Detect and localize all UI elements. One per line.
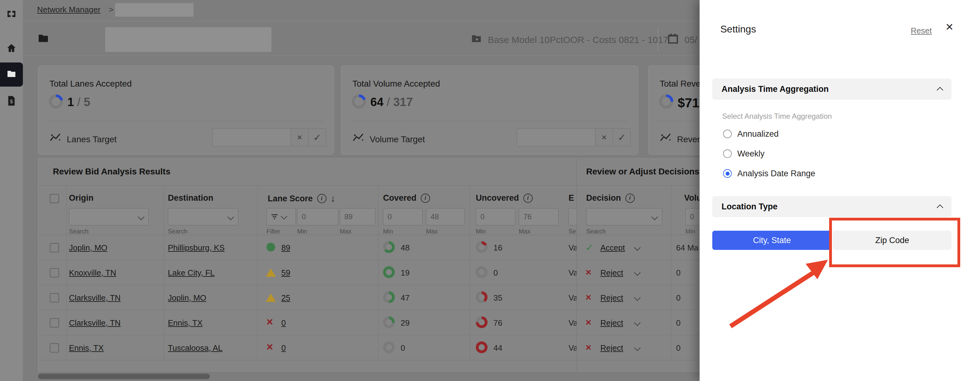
decision-link[interactable]: Reject <box>600 343 623 353</box>
lane-score-link[interactable]: 59 <box>281 268 290 278</box>
clear-target-button[interactable]: × <box>595 128 613 146</box>
radio-option-analysis-date-range[interactable]: Analysis Date Range <box>723 169 815 178</box>
uncovered-ring <box>476 291 487 303</box>
row-checkbox[interactable] <box>50 318 59 327</box>
decision-link[interactable]: Accept <box>600 243 625 253</box>
chevron-down-icon[interactable] <box>634 295 641 301</box>
decision-filter-select[interactable] <box>586 208 662 225</box>
lane-score-bad-icon: × <box>266 341 273 354</box>
covered-ring <box>383 241 395 253</box>
calendar-icon <box>667 32 679 46</box>
row-checkbox[interactable] <box>50 268 59 277</box>
destination-link[interactable]: Ennis, TX <box>168 318 202 328</box>
table-row: Joplin, MO Phillipsburg, KS 89 48 16 ✓ A… <box>38 235 718 260</box>
decision-link[interactable]: Reject <box>600 293 623 303</box>
aggregation-helper-text: Select Analysis Time Aggregation <box>722 112 832 121</box>
uncovered-ring <box>476 241 487 253</box>
horizontal-scrollbar[interactable] <box>38 374 210 379</box>
chevron-down-icon[interactable] <box>634 269 641 276</box>
sidebar-item-folders-active[interactable] <box>0 62 23 87</box>
reject-x-icon: × <box>585 342 592 353</box>
info-icon[interactable]: i <box>625 194 635 203</box>
analysis-date-text[interactable]: 05/ <box>684 35 697 45</box>
settings-panel: Settings Reset × Analysis Time Aggregati… <box>700 0 980 381</box>
uncovered-ring <box>476 316 487 328</box>
chevron-down-icon[interactable] <box>634 244 641 251</box>
app-root: $ Network Manager > ★ Base Model 10PctOO… <box>0 0 980 381</box>
equipment-filter-input[interactable] <box>568 208 577 225</box>
column-header-decision[interactable]: Decisioni <box>586 193 635 203</box>
home-icon[interactable] <box>0 43 23 54</box>
chevron-up-icon <box>937 204 943 210</box>
origin-link[interactable]: Joplin, MO <box>69 243 107 253</box>
bid-analysis-table: Review Bid Analysis Results Review or Ad… <box>38 158 718 371</box>
lane-score-link[interactable]: 0 <box>281 318 286 328</box>
radio-option-weekly[interactable]: Weekly <box>723 149 765 158</box>
folder-icon <box>37 32 49 46</box>
confirm-target-button[interactable]: ✓ <box>309 128 326 146</box>
table-row: Clarksville, TN Ennis, TX × 0 29 76 × Re… <box>38 310 718 335</box>
destination-link[interactable]: Tuscaloosa, AL <box>168 343 223 353</box>
radio-option-annualized[interactable]: Annualized <box>723 129 779 139</box>
breadcrumb-link-network-manager[interactable]: Network Manager <box>37 5 100 14</box>
volume-cell: 0 <box>676 318 681 328</box>
card-value: 1 / 5 <box>67 96 90 109</box>
model-name[interactable]: Base Model 10PctOOR - Costs 0821 - 1017 <box>488 35 668 45</box>
decision-link[interactable]: Reject <box>600 318 623 328</box>
annotation-arrow <box>724 253 829 331</box>
origin-link[interactable]: Clarksville, TN <box>69 318 121 328</box>
table-right-title: Review or Adjust Decisions <box>586 167 699 177</box>
close-icon[interactable]: × <box>946 21 953 33</box>
reject-x-icon: × <box>585 317 592 328</box>
reset-link[interactable]: Reset <box>911 26 932 35</box>
sidebar: $ <box>0 0 23 381</box>
breadcrumb-redacted-block <box>115 3 194 17</box>
row-checkbox[interactable] <box>50 243 59 252</box>
radio-icon <box>723 149 732 158</box>
radio-selected-icon <box>723 169 732 178</box>
origin-link[interactable]: Ennis, TX <box>69 343 103 353</box>
table-row: Knoxville, TN Lake City, FL 59 19 0 × Re… <box>38 260 718 285</box>
target-input-group: × ✓ <box>212 128 326 146</box>
column-header-equipment[interactable]: E <box>568 193 574 203</box>
lane-score-warning-icon <box>266 293 276 302</box>
document-dollar-icon[interactable]: $ <box>0 95 23 107</box>
chevron-down-icon[interactable] <box>634 319 641 326</box>
chevron-down-icon <box>651 214 658 220</box>
uncovered-ring <box>476 341 487 353</box>
target-input-group: × ✓ <box>517 128 631 146</box>
card-total-volume: Total Volume Accepted 64 / 317 Volume Ta… <box>341 65 638 155</box>
row-checkbox[interactable] <box>50 343 59 352</box>
origin-link[interactable]: Knoxville, TN <box>69 268 116 278</box>
lane-score-link[interactable]: 25 <box>281 293 290 303</box>
uncovered-ring <box>476 266 487 278</box>
covered-ring <box>383 316 395 328</box>
destination-link[interactable]: Joplin, MO <box>168 293 206 303</box>
lanes-target-input[interactable] <box>212 128 291 146</box>
destination-link[interactable]: Lake City, FL <box>168 268 215 278</box>
folder-icon <box>6 69 17 80</box>
city-state-button[interactable]: City, State <box>712 231 832 250</box>
lane-score-link[interactable]: 0 <box>281 343 286 353</box>
volume-target-input[interactable] <box>517 128 595 146</box>
sidebar-toggle-icon[interactable] <box>0 9 23 19</box>
volume-cell: 0 <box>676 268 681 278</box>
toolbar-redacted-block <box>105 27 271 52</box>
sparkle-target-icon <box>352 132 365 144</box>
reject-x-icon: × <box>585 292 592 303</box>
chevron-down-icon[interactable] <box>634 344 641 351</box>
reject-x-icon: × <box>585 266 592 278</box>
accept-check-icon: ✓ <box>585 242 594 253</box>
origin-link[interactable]: Clarksville, TN <box>69 293 121 303</box>
row-checkbox[interactable] <box>50 293 59 303</box>
destination-link[interactable]: Phillipsburg, KS <box>168 243 225 253</box>
table-row: Ennis, TX Tuscaloosa, AL × 0 0 44 × Reje… <box>38 335 718 360</box>
covered-ring <box>383 341 395 353</box>
lane-score-link[interactable]: 89 <box>281 243 290 253</box>
accordion-location-type[interactable]: Location Type <box>712 196 951 217</box>
decision-link[interactable]: Reject <box>600 268 623 278</box>
clear-target-button[interactable]: × <box>291 128 309 146</box>
accordion-analysis-time-aggregation[interactable]: Analysis Time Aggregation <box>712 78 951 100</box>
confirm-target-button[interactable]: ✓ <box>613 128 631 146</box>
breadcrumb-separator: > <box>109 5 113 14</box>
